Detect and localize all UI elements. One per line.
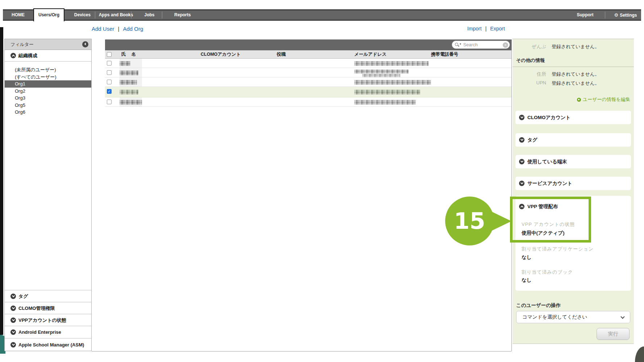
support-link[interactable]: Support (563, 10, 608, 20)
add-links: Add User | Add Org (92, 26, 143, 33)
filter-item-vpp-status[interactable]: VPPアカウントの状態 (5, 314, 91, 326)
add-org-link[interactable]: Add Org (123, 26, 143, 33)
redacted-name (120, 90, 138, 94)
org-item-org2[interactable]: Org2 (5, 88, 91, 95)
org-item-org1-selected[interactable]: Org1 (5, 80, 91, 88)
background-edge (0, 27, 3, 335)
col-email[interactable]: メールアドレス (354, 50, 386, 59)
gear-icon: ⚙ (614, 12, 619, 18)
command-select[interactable]: コマンドを選択してください (516, 311, 630, 323)
col-last-name[interactable]: 氏 (121, 50, 126, 59)
redacted-email (354, 90, 420, 94)
vpp-section-title[interactable]: VPP 管理配布 (527, 203, 558, 210)
add-user-link[interactable]: Add User (92, 26, 114, 33)
table-toolbar: ▾ × (105, 39, 511, 50)
chevron-down-circle-icon (11, 294, 16, 299)
col-clomo-account[interactable]: CLOMOアカウント (201, 50, 241, 59)
filter-item-tags[interactable]: タグ (5, 290, 91, 302)
table-header: 氏 名 CLOMOアカウント 役職 メールアドレス 携帯電話番号 (105, 50, 511, 59)
filter-item-clomo-admin[interactable]: CLOMO管理権限 (5, 302, 91, 314)
chevron-down-circle-icon (519, 181, 524, 186)
tab-users-org-active[interactable]: Users/Org (33, 8, 64, 21)
row-checkbox[interactable] (107, 70, 112, 75)
annotation-step-badge: 15 (445, 197, 494, 245)
top-navbar: HOME Devices Apps and Books Jobs Reports… (3, 9, 641, 21)
chevron-down-circle-icon (11, 329, 16, 335)
address-label: 住所 (513, 71, 546, 77)
row-checkbox-checked[interactable]: ✓ (107, 89, 112, 94)
row-checkbox[interactable] (107, 100, 112, 104)
col-mobile[interactable]: 携帯電話番号 (431, 50, 458, 59)
vpp-managed-distribution-section: VPP 管理配布 VPP アカウントの状態 使用中(アクティブ) 割り当て済みア… (515, 196, 631, 291)
org-structure-section[interactable]: 組織構成 (5, 50, 91, 62)
address-row: 住所 登録されていません。 (513, 71, 634, 77)
accordion-devices-in-use[interactable]: 使用している端末 (515, 155, 631, 168)
org-item-unassigned[interactable]: (未所属のユーザー) (5, 66, 91, 73)
col-role[interactable]: 役職 (277, 50, 286, 59)
collapse-sidebar-button[interactable] (82, 41, 88, 47)
accordion-tags[interactable]: タグ (515, 133, 631, 147)
org-item-all-users[interactable]: (すべてのユーザー) (5, 73, 91, 81)
table-row[interactable] (105, 97, 511, 107)
org-item-org6[interactable]: Org6 (5, 109, 91, 116)
select-all-checkbox[interactable] (107, 52, 112, 57)
vpp-books-label: 割り当て済みのブック (522, 269, 573, 275)
table-row[interactable] (105, 68, 511, 77)
import-export-links: Import | Export (467, 26, 505, 33)
accordion-label: タグ (527, 133, 538, 147)
redacted-email (354, 80, 431, 85)
chevron-left-icon (84, 43, 87, 45)
green-dot-icon (577, 98, 581, 102)
redacted-name (120, 71, 138, 75)
col-first-name[interactable]: 名 (131, 50, 136, 59)
chevron-up-circle-icon[interactable] (519, 204, 524, 209)
org-item-org5[interactable]: Org5 (5, 102, 91, 109)
redacted-name (120, 80, 137, 85)
filter-label: タグ (18, 290, 28, 302)
redacted-email (354, 61, 428, 66)
table-row[interactable] (105, 77, 511, 87)
vpp-status-label: VPP アカウントの状態 (522, 221, 575, 228)
accordion-service-account[interactable]: サービスアカウント (515, 177, 631, 190)
nav-divider (131, 12, 131, 18)
redacted-name (120, 100, 142, 105)
search-box[interactable]: ▾ × (452, 41, 510, 49)
tab-reports[interactable]: Reports (165, 10, 200, 20)
edit-user-info-link[interactable]: ユーザーの情報を編集 (577, 96, 630, 103)
export-link[interactable]: Export (490, 26, 505, 33)
filter-label: VPPアカウントの状態 (18, 314, 66, 326)
accordion-clomo-account[interactable]: CLOMOアカウント (515, 111, 631, 124)
furigana-row: ぜんぶ 登録されていません。 (513, 43, 634, 49)
furigana-value: 登録されていません。 (552, 43, 599, 50)
import-link[interactable]: Import (467, 26, 482, 33)
tab-apps-and-books[interactable]: Apps and Books (98, 10, 134, 20)
tab-jobs[interactable]: Jobs (134, 10, 165, 20)
user-table-body: ✓ (105, 59, 511, 107)
row-checkbox[interactable] (107, 80, 112, 84)
table-row[interactable] (105, 59, 511, 68)
table-right-border (511, 39, 512, 351)
redacted-email (354, 70, 409, 73)
org-structure-label: 組織構成 (18, 50, 37, 62)
filter-label: CLOMO管理権限 (18, 302, 55, 314)
filter-item-asm[interactable]: Apple School Manager (ASM) (5, 338, 91, 351)
org-item-org3[interactable]: Org3 (5, 94, 91, 102)
row-checkbox[interactable] (107, 61, 112, 66)
redacted-email (354, 100, 416, 105)
search-input[interactable] (463, 41, 499, 48)
search-clear-icon[interactable]: × (503, 42, 508, 48)
vpp-apps-value: なし (522, 254, 532, 261)
search-scope-caret-icon[interactable]: ▾ (460, 42, 461, 46)
tab-home[interactable]: HOME (3, 10, 33, 20)
link-separator: | (118, 26, 120, 33)
redacted-name (120, 61, 130, 66)
table-row-selected[interactable]: ✓ (105, 87, 511, 97)
nav-divider (605, 12, 605, 18)
filter-item-android-enterprise[interactable]: Android Enterprise (5, 326, 91, 338)
execute-button[interactable]: 実行 (597, 328, 630, 340)
settings-link[interactable]: ⚙Settings (610, 10, 641, 20)
org-list: (未所属のユーザー) (すべてのユーザー) Org1 Org2 Org3 Org… (5, 66, 91, 116)
panel-divider (513, 67, 634, 67)
tab-devices[interactable]: Devices (67, 10, 98, 20)
chevron-down-circle-icon (519, 115, 524, 120)
